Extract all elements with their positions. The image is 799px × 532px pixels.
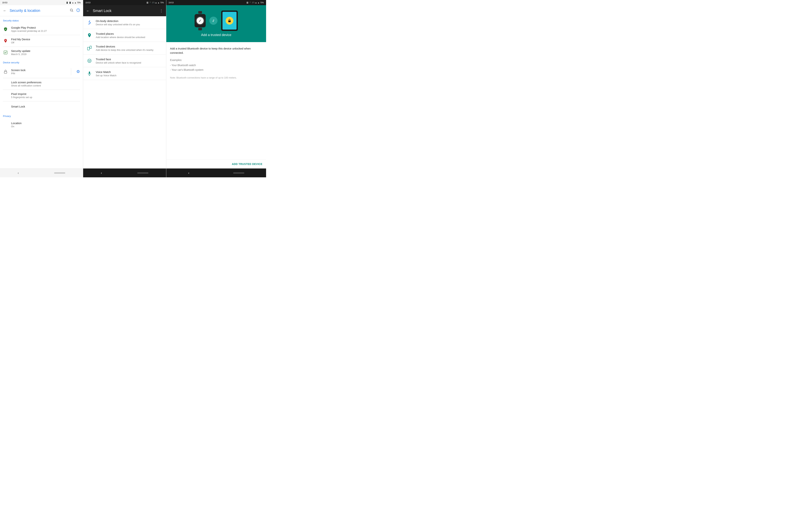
lock-icon xyxy=(3,69,8,74)
lock-screen-prefs-title: Lock screen preferences xyxy=(11,81,80,84)
watch-strap-top xyxy=(198,11,202,14)
search-icon[interactable] xyxy=(70,8,73,13)
google-play-protect-subtitle: Apps scanned yesterday at 21:27 xyxy=(11,30,80,32)
watch-strap-bottom xyxy=(198,28,202,30)
panel-security-location: 19:53 📱 📳 ▲ ▲ 70% ← Security & location … xyxy=(0,0,83,177)
person-walk-icon xyxy=(86,19,93,26)
home-bar-panel3[interactable] xyxy=(233,173,244,173)
trusted-devices-subtitle: Add device to keep this one unlocked whe… xyxy=(96,49,153,51)
status-icons-panel3: 🖼 📱 📳 ▲ ▲ 70% xyxy=(246,2,264,4)
smartlock-item-voice-match[interactable]: Voice Match Set up Voice Match xyxy=(83,67,166,80)
smartlock-item-trusted-devices[interactable]: Trusted devices Add device to keep this … xyxy=(83,42,166,55)
location-text: Location On xyxy=(11,121,80,128)
smartlock-item-on-body[interactable]: On-body detection Device will stay unloc… xyxy=(83,16,166,29)
voice-match-title: Voice Match xyxy=(96,70,116,74)
face-icon xyxy=(86,57,93,64)
header-icons: ? xyxy=(70,8,80,13)
trusted-devices-title: Trusted devices xyxy=(96,45,153,48)
lock-badge-icon xyxy=(226,17,234,24)
panel1-nav: ‹ xyxy=(0,169,83,177)
google-play-protect-title: Google Play Protect xyxy=(11,26,80,29)
settings-item-security-update[interactable]: Security update March 5, 2019 xyxy=(0,47,83,58)
lock-screen-prefs-icon xyxy=(3,81,8,87)
status-bar-panel1: 19:53 📱 📳 ▲ ▲ 70% xyxy=(0,0,83,5)
page-title: Security & location xyxy=(10,8,67,13)
trusted-face-title: Trusted face xyxy=(96,58,141,61)
watch-illustration: ✓ xyxy=(194,11,206,30)
section-header-security-status: Security status xyxy=(0,16,83,23)
shield-icon xyxy=(3,26,8,32)
smartlock-item-trusted-face[interactable]: Trusted face Device will unlock when fac… xyxy=(83,55,166,67)
phone-icon2: 📱 xyxy=(149,2,151,4)
watch-screen: ✓ xyxy=(196,16,205,25)
svg-rect-5 xyxy=(4,72,7,73)
screenshot-icon: 🖼 xyxy=(147,2,148,4)
svg-point-0 xyxy=(70,9,72,11)
location-red-icon xyxy=(3,38,8,43)
settings-item-pixel-imprint[interactable]: Pixel Imprint 5 fingerprints set up xyxy=(0,90,83,101)
examples-list: - Your Bluetooth watch - Your car's Blue… xyxy=(170,63,262,72)
svg-rect-7 xyxy=(88,47,89,50)
screen-lock-title: Screen lock xyxy=(11,69,68,72)
settings-item-screen-lock[interactable]: Screen lock PIN ⚙ xyxy=(0,65,83,78)
devices-icon xyxy=(86,45,93,51)
pixel-imprint-text: Pixel Imprint 5 fingerprints set up xyxy=(11,92,80,99)
back-nav-panel3[interactable]: ‹ xyxy=(188,171,189,175)
time-panel3: 19:53 xyxy=(168,1,174,4)
settings-item-smart-lock[interactable]: Smart Lock xyxy=(0,101,83,112)
example-item-1: - Your Bluetooth watch xyxy=(170,63,262,68)
trusted-devices-text: Trusted devices Add device to keep this … xyxy=(96,45,153,51)
add-trusted-device-button[interactable]: ADD TRUSTED DEVICE xyxy=(232,163,262,166)
panel3-content: Add a trusted Bluetooth device to keep t… xyxy=(166,42,266,159)
find-my-device-text: Find My Device Off xyxy=(11,38,80,44)
back-nav-panel1[interactable]: ‹ xyxy=(18,171,19,175)
gear-icon[interactable]: ⚙ xyxy=(76,69,80,74)
svg-rect-8 xyxy=(90,46,91,49)
lock-screen-prefs-text: Lock screen preferences Show all notific… xyxy=(11,81,80,87)
panel1-content: Security status Google Play Protect Apps… xyxy=(0,16,83,169)
pixel-imprint-subtitle: 5 fingerprints set up xyxy=(11,96,80,99)
panel-smart-lock: 19:53 🖼 📱 📳 ▲ ▲ 70% ← Smart Lock ⋮ xyxy=(83,0,166,177)
check-icon: ✓ xyxy=(197,17,204,24)
panel-add-trusted-device: 19:53 🖼 📱 📳 ▲ ▲ 70% ✓ xyxy=(166,0,266,177)
security-update-text: Security update March 5, 2019 xyxy=(11,49,80,56)
panel2-nav: ‹ xyxy=(83,169,166,177)
home-bar-panel1[interactable] xyxy=(54,173,65,173)
location-subtitle: On xyxy=(11,125,80,128)
more-options-icon[interactable]: ⋮ xyxy=(160,8,163,13)
back-nav-panel2[interactable]: ‹ xyxy=(101,171,102,175)
smartlock-item-trusted-places[interactable]: Trusted places Add location where device… xyxy=(83,29,166,42)
location-icon xyxy=(3,122,8,127)
hero-title: Add a trusted device xyxy=(201,33,231,37)
home-bar-panel2[interactable] xyxy=(137,173,148,173)
on-body-subtitle: Device will stay unlocked while it's on … xyxy=(96,23,140,26)
settings-item-lock-screen-prefs[interactable]: Lock screen preferences Show all notific… xyxy=(0,78,83,90)
pixel-imprint-title: Pixel Imprint xyxy=(11,92,80,95)
signal-icon2: ▲ xyxy=(157,2,160,4)
time-panel1: 19:53 xyxy=(2,1,7,4)
on-body-text: On-body detection Device will stay unloc… xyxy=(96,19,140,26)
microphone-icon xyxy=(86,70,93,77)
screen-lock-text: Screen lock PIN xyxy=(11,69,68,75)
smart-lock-icon xyxy=(3,104,8,109)
back-button-panel2[interactable]: ← xyxy=(86,9,90,13)
status-icons-panel1: 📱 📳 ▲ ▲ 70% xyxy=(66,2,81,4)
tablet-screen xyxy=(222,12,237,30)
settings-item-google-play-protect[interactable]: Google Play Protect Apps scanned yesterd… xyxy=(0,23,83,35)
note-text: Note: Bluetooth connections have a range… xyxy=(170,76,262,80)
google-play-protect-text: Google Play Protect Apps scanned yesterd… xyxy=(11,26,80,32)
battery-panel1: 70% xyxy=(77,2,81,4)
settings-item-location[interactable]: Location On xyxy=(0,119,83,130)
help-icon[interactable]: ? xyxy=(76,8,80,13)
svg-text:?: ? xyxy=(78,9,79,11)
signal-icon3: ▲ xyxy=(258,2,259,4)
trusted-description: Add a trusted Bluetooth device to keep t… xyxy=(170,46,262,55)
trusted-places-subtitle: Add location where device should be unlo… xyxy=(96,36,145,39)
security-update-title: Security update xyxy=(11,49,80,53)
trusted-places-title: Trusted places xyxy=(96,32,145,35)
back-button-panel1[interactable]: ← xyxy=(3,8,7,13)
settings-item-find-my-device[interactable]: Find My Device Off xyxy=(0,35,83,46)
svg-rect-15 xyxy=(228,20,231,22)
tablet-illustration xyxy=(221,11,238,31)
voice-match-subtitle: Set up Voice Match xyxy=(96,74,116,77)
